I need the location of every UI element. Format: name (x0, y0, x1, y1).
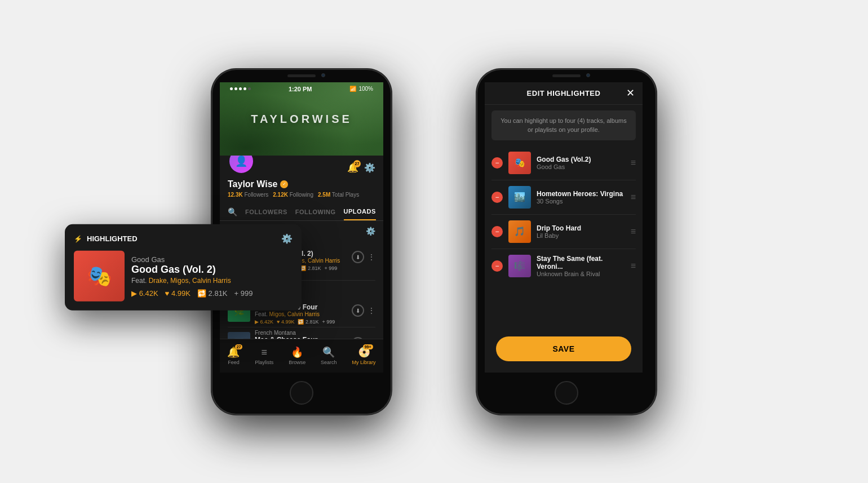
edit-title: EDIT HIGHLIGHTED (527, 89, 601, 98)
edit-track-sub-1: Good Gas (537, 163, 625, 170)
nav-search[interactable]: 🔍 Search (321, 346, 337, 365)
drag-handle-2[interactable]: ≡ (631, 192, 636, 202)
profile-stats: 12.3K Followers 2.12K Following 2.5M Tot… (228, 192, 375, 198)
settings-icon[interactable]: ⚙️ (364, 162, 375, 173)
fc-likes: ♥ 4.99K (165, 289, 191, 297)
profile-icons: 🔔 27 ⚙️ (347, 162, 375, 173)
followers-val: 12.3K (228, 192, 243, 198)
phone2-frame: EDIT HIGHLIGHTED ✕ You can highlight up … (476, 69, 657, 415)
floating-card-header: ⚡ HIGHLIGHTED ⚙️ (74, 233, 293, 244)
fc-reposts: 🔁 2.81K (197, 289, 228, 297)
tab-uploads[interactable]: UPLOADS (344, 203, 376, 220)
playlists-label: Playlists (255, 360, 273, 365)
edit-item-3: − 🎵 Drip Too Hard Lil Baby ≡ (491, 215, 636, 249)
download-btn-2[interactable]: ⬇ (352, 304, 364, 317)
plays-label: Total Plays (332, 192, 359, 198)
save-button[interactable]: SAVE (496, 336, 631, 361)
signal-dots (230, 87, 251, 90)
drag-handle-1[interactable]: ≡ (631, 158, 636, 168)
edit-track-title-3: Drip Too Hard (537, 224, 625, 232)
browse-icon: 🔥 (291, 346, 303, 358)
profile-section: 👤 🔔 27 ⚙️ Taylor Wise ✓ (220, 156, 383, 203)
edit-track-title-4: Stay The Same (feat. Veroni... (537, 255, 625, 271)
edit-track-sub-3: Lil Baby (537, 232, 625, 239)
library-badge: 99+ (363, 344, 373, 349)
plays-val: 2.5M (318, 192, 330, 198)
nav-browse[interactable]: 🔥 Browse (289, 346, 305, 365)
library-icon: 📀 99+ (358, 346, 370, 358)
edit-thumb-2: 🏙️ (508, 186, 531, 209)
library-label: My Library (352, 360, 376, 365)
profile-name-row: Taylor Wise ✓ (228, 179, 375, 189)
floating-card: ⚡ HIGHLIGHTED ⚙️ 🎭 Good Gas Good Gas (Vo… (65, 224, 302, 311)
feed-label: Feed (228, 360, 240, 365)
battery-label: 100% (358, 86, 373, 92)
upload-feat-1: Feat. Migos, Calvin Harris (255, 311, 347, 317)
phone2-home-button[interactable] (555, 381, 578, 405)
profile-name: Taylor Wise (228, 179, 277, 189)
download-button[interactable]: ⬇ (352, 251, 364, 263)
bottom-nav: 🔔 27 Feed ≡ Playlists 🔥 Browse 🔍 (220, 339, 383, 373)
profile-header-row: 👤 🔔 27 ⚙️ (228, 161, 375, 175)
remove-btn-1[interactable]: − (491, 157, 503, 169)
phone1-camera (321, 73, 325, 77)
fc-feat: Feat. Drake, Migos, Calvin Harris (131, 276, 293, 284)
edit-item-4: − 🎼 Stay The Same (feat. Veroni... Unkno… (491, 249, 636, 283)
following-label: Following (290, 192, 313, 198)
scene: 1:20 PM 📶 100% TAYLORWISE 👤 (0, 0, 868, 483)
track-actions: ⬇ ⋮ (352, 251, 375, 263)
tab-following[interactable]: FOLLOWING (295, 204, 336, 220)
gear-icon[interactable]: ⚙️ (366, 227, 375, 236)
info-banner: You can highlight up to four (4) tracks,… (491, 110, 636, 140)
fc-artist: Good Gas (131, 255, 293, 263)
edit-track-sub-4: Unknown Brain & Rival (537, 271, 625, 277)
home-button[interactable] (290, 381, 313, 405)
nav-library[interactable]: 📀 99+ My Library (352, 346, 376, 365)
edit-thumb-3: 🎵 (508, 220, 531, 243)
edit-thumb-1: 🎭 (508, 152, 531, 174)
remove-btn-2[interactable]: − (491, 192, 503, 203)
remove-btn-4[interactable]: − (491, 260, 503, 272)
notification-icon[interactable]: 🔔 27 (347, 162, 358, 173)
nav-playlists[interactable]: ≡ Playlists (255, 347, 273, 365)
info-text: You can highlight up to four (4) tracks,… (499, 116, 628, 135)
floating-card-track: 🎭 Good Gas Good Gas (Vol. 2) Feat. Drake… (74, 251, 293, 302)
save-area: SAVE (485, 331, 643, 367)
followers-label: Followers (244, 192, 268, 198)
phone2-speaker (552, 74, 581, 77)
phone1-speaker (287, 74, 316, 77)
more-btn-2[interactable]: ⋮ (367, 306, 375, 315)
phone2-screen: EDIT HIGHLIGHTED ✕ You can highlight up … (485, 82, 643, 373)
fc-gear-icon[interactable]: ⚙️ (281, 233, 293, 244)
upload-stats-1: ▶ 6.42K ♥ 4.99K 🔁 2.81K + 999 (255, 319, 347, 325)
fc-stats: ▶ 6.42K ♥ 4.99K 🔁 2.81K + 999 (131, 289, 293, 297)
drag-handle-3[interactable]: ≡ (631, 227, 636, 237)
fc-plays: ▶ 6.42K (131, 289, 158, 297)
status-time: 1:20 PM (289, 86, 312, 92)
status-right: 📶 100% (349, 86, 373, 92)
search-icon[interactable]: 🔍 (228, 207, 237, 216)
remove-btn-3[interactable]: − (491, 226, 503, 237)
fc-track-title: Good Gas (Vol. 2) (131, 263, 293, 275)
feed-icon: 🔔 27 (227, 346, 240, 358)
edit-track-title-1: Good Gas (Vol.2) (537, 156, 625, 163)
notification-badge: 27 (353, 160, 361, 167)
phone1-wrapper: 1:20 PM 📶 100% TAYLORWISE 👤 (211, 69, 392, 415)
verified-badge: ✓ (280, 180, 288, 188)
more-button[interactable]: ⋮ (367, 252, 375, 262)
nav-feed[interactable]: 🔔 27 Feed (227, 346, 240, 365)
feed-badge: 27 (235, 344, 243, 349)
search-nav-icon: 🔍 (322, 346, 335, 358)
edit-header: EDIT HIGHLIGHTED ✕ (485, 82, 643, 105)
close-button[interactable]: ✕ (626, 87, 635, 99)
drag-handle-4[interactable]: ≡ (631, 261, 636, 271)
nav-tabs: 🔍 FOLLOWERS FOLLOWING UPLOADS (220, 203, 383, 221)
tab-followers[interactable]: FOLLOWERS (245, 204, 287, 220)
edit-info-2: Hometown Heroes: Virgina 30 Songs (537, 190, 625, 205)
wifi-icon: 📶 (349, 86, 356, 92)
status-bar: 1:20 PM 📶 100% (220, 82, 383, 96)
edit-item-1: − 🎭 Good Gas (Vol.2) Good Gas ≡ (491, 146, 636, 180)
plus-count: + 999 (324, 265, 337, 271)
fc-feat-artists: Drake, Migos, Calvin Harris (149, 276, 231, 284)
upload-artist-2: French Montana (255, 330, 347, 336)
